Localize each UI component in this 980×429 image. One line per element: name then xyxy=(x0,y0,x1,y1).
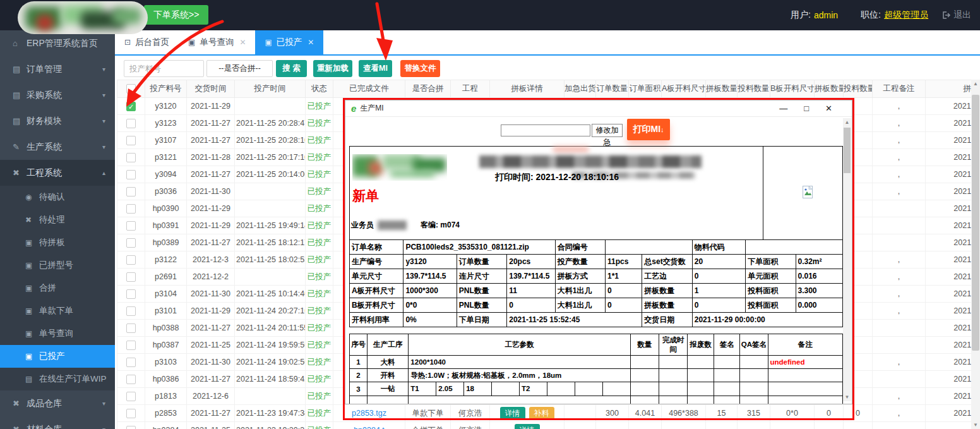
cell-panel-detail: 详情补料 xyxy=(490,405,565,422)
row-checkbox[interactable] xyxy=(126,392,136,401)
row-checkbox[interactable] xyxy=(126,341,136,350)
sidebar-item-finance[interactable]: ▤财务模块▾ xyxy=(0,108,115,134)
salesman-label: 业务员 xyxy=(351,220,374,231)
sidebar-item-erp-home[interactable]: ⌂ERP管理系统首页 xyxy=(0,30,115,56)
maximize-icon[interactable]: □ xyxy=(804,104,809,113)
sidebar-item-pending-process[interactable]: ✖待处理 xyxy=(0,208,115,231)
search-button[interactable]: 搜 索 xyxy=(276,60,307,77)
view-mi-button[interactable]: 查看MI xyxy=(359,60,392,77)
row-checkbox[interactable] xyxy=(126,187,136,196)
row-checkbox[interactable] xyxy=(126,170,136,179)
cell-checkbox xyxy=(117,217,145,234)
combine-select[interactable]: --是否合拼-- xyxy=(206,60,273,77)
cell-delivery-time: 2021-11-27 xyxy=(187,234,235,251)
material-number-input[interactable] xyxy=(124,60,204,77)
cell-b-panel-qty: 0 xyxy=(815,405,844,422)
sidebar-item-production[interactable]: ✎生产系统▾ xyxy=(0,134,115,160)
cell-delivery-time: 2021-11-30 xyxy=(187,354,235,371)
sidebar-item-paneled-models[interactable]: ▣已拼型号 xyxy=(0,254,115,277)
scroll-down-icon[interactable]: ▼ xyxy=(971,421,980,429)
modal-scrollbar-thumb[interactable] xyxy=(844,128,851,173)
sidebar-item-wip[interactable]: ▤在线生产订单WIP xyxy=(0,368,115,390)
row-checkbox[interactable] xyxy=(126,426,136,429)
row-checkbox[interactable] xyxy=(126,323,136,333)
detail-button[interactable]: 详情 xyxy=(500,407,525,420)
row-checkbox[interactable] xyxy=(126,272,136,282)
row-checkbox[interactable] xyxy=(126,136,136,145)
tab-label: 后台首页 xyxy=(135,37,169,48)
modal-scroll-up-icon[interactable]: ▲ xyxy=(843,118,851,126)
modal-scroll-down-icon[interactable]: ▼ xyxy=(843,393,851,401)
detail-button[interactable]: 详情 xyxy=(515,424,540,429)
role-value[interactable]: 超级管理员 xyxy=(884,9,928,21)
sidebar-item-finished-warehouse[interactable]: ✖成品仓库▾ xyxy=(0,390,115,416)
row-checkbox[interactable] xyxy=(126,375,136,384)
sidebar-item-purchase[interactable]: ▤采购系统▾ xyxy=(0,82,115,108)
chevron-down-icon: ▾ xyxy=(102,92,105,99)
sidebar-item-order-query[interactable]: ▣单号查询 xyxy=(0,322,115,345)
cell-finished-file: p2853.tgz xyxy=(333,405,405,422)
row-checkbox[interactable] xyxy=(126,289,136,299)
urgent-input[interactable] xyxy=(501,124,590,136)
print-mi-button[interactable]: 打印MI↓ xyxy=(627,119,670,140)
mi-info-cell: 拼板数量 xyxy=(642,298,692,313)
sidebar-item-order-mgmt[interactable]: ▤订单管理▾ xyxy=(0,56,115,82)
close-icon[interactable]: ✕ xyxy=(308,38,314,47)
row-checkbox[interactable] xyxy=(126,306,136,316)
modal-scrollbar[interactable]: ▲ ▼ xyxy=(843,118,851,401)
mi-info-cell: 11pcs xyxy=(606,255,642,269)
row-checkbox[interactable] xyxy=(126,119,136,128)
mi-info-table: 订单名称PCB100leds2_3535310_081121.zip合同编号物料… xyxy=(349,239,843,327)
cell-delivery-time: 2021-11-27 xyxy=(187,371,235,388)
minimize-icon[interactable]: — xyxy=(779,104,787,113)
process-params: 导热:1.0W；板材规格:铝基板，2.0mm，18um xyxy=(409,369,630,382)
cell-invest-time: 2021-11-25 18:12:17 xyxy=(235,234,306,251)
modify-urgent-button[interactable]: 修改加急 xyxy=(592,124,623,137)
row-checkbox[interactable]: ✓ xyxy=(126,102,136,111)
cell-status: 已投产 xyxy=(306,269,333,286)
sidebar-item-engineering[interactable]: ✖工程系统▴ xyxy=(0,160,115,186)
file-link[interactable]: hp0384.t xyxy=(354,426,385,429)
column-header: 工程备注 xyxy=(873,80,926,98)
sidebar-item-pending-confirm[interactable]: ◉待确认 xyxy=(0,186,115,208)
company-name-blurred xyxy=(479,155,702,168)
close-icon[interactable]: ✕ xyxy=(825,104,832,113)
process-qa-sign xyxy=(740,382,768,396)
scrollbar-thumb[interactable] xyxy=(972,95,979,351)
tab-order-query[interactable]: ▣单号查询✕ xyxy=(179,30,255,54)
row-checkbox[interactable] xyxy=(126,238,136,248)
column-header: 投料数量 xyxy=(844,80,873,98)
cell-material-id: hp0391 xyxy=(145,217,187,234)
file-link[interactable]: p2853.tgz xyxy=(352,409,386,418)
cell-b-panel-qty xyxy=(815,422,844,429)
sidebar-item-invested[interactable]: ▣已投产 xyxy=(0,345,115,368)
row-checkbox[interactable] xyxy=(126,255,136,265)
row-checkbox[interactable] xyxy=(126,221,136,231)
reload-button[interactable]: 重新加载 xyxy=(313,60,352,77)
close-icon[interactable]: ✕ xyxy=(239,38,246,47)
process-empty-cell xyxy=(350,396,368,405)
cell-status: 已投产 xyxy=(306,132,333,149)
order-system-button[interactable]: 下单系统>> xyxy=(144,5,208,25)
cell-material-id: hp0390 xyxy=(145,200,187,217)
row-checkbox[interactable] xyxy=(126,204,136,214)
sidebar-item-combine[interactable]: ▣合拼 xyxy=(0,277,115,299)
process-finish-time xyxy=(659,356,687,369)
row-checkbox[interactable] xyxy=(126,358,136,367)
cell-eng-remark: , xyxy=(873,132,926,149)
supplement-button[interactable]: 补料 xyxy=(529,407,554,420)
page-scrollbar[interactable]: ▲ ▼ xyxy=(971,80,980,429)
sidebar-item-material-warehouse[interactable]: ✖材料仓库▾ xyxy=(0,416,115,429)
sidebar-item-pending-panel[interactable]: ▣待拼板 xyxy=(0,231,115,254)
cell-material-id: y3107 xyxy=(145,132,187,149)
logout-button[interactable]: 退出 xyxy=(942,9,971,21)
replace-file-button[interactable]: 替换文件 xyxy=(400,60,440,77)
cell-eng-remark xyxy=(873,371,926,388)
row-checkbox[interactable] xyxy=(126,153,136,162)
scroll-up-icon[interactable]: ▲ xyxy=(971,80,980,88)
sidebar-item-single-order[interactable]: ▣单款下单 xyxy=(0,299,115,322)
row-checkbox[interactable] xyxy=(126,409,136,418)
tab-invested[interactable]: ▣已投产✕ xyxy=(255,30,323,54)
cell-status: 已投产 xyxy=(306,115,333,132)
select-all-checkbox[interactable] xyxy=(126,84,136,94)
